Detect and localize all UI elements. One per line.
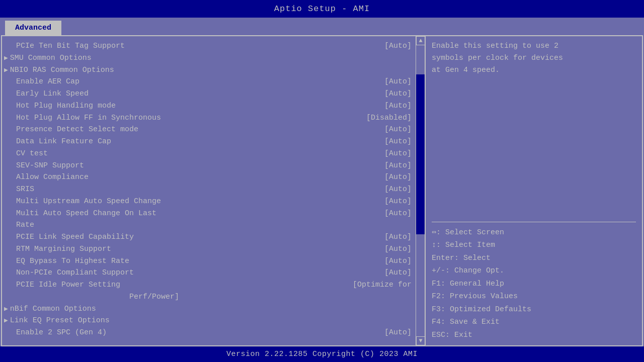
footer: Version 2.22.1285 Copyright (C) 2023 AMI bbox=[0, 346, 644, 362]
menu-item-label: Presence Detect Select mode bbox=[16, 124, 380, 135]
key-label: Enter: bbox=[432, 254, 463, 262]
menu-item-15[interactable]: Rate bbox=[2, 219, 416, 231]
app-title: Aptio Setup - AMI bbox=[274, 4, 370, 14]
menu-item-21[interactable]: Perf/Power] bbox=[2, 291, 416, 303]
key-label: +/-: bbox=[432, 266, 454, 275]
submenu-arrow-icon: ▶ bbox=[4, 316, 8, 326]
menu-item-22[interactable]: ▶nBif Common Options bbox=[2, 303, 416, 315]
menu-item-label: Multi Upstream Auto Speed Change bbox=[16, 196, 380, 207]
menu-item-value: [Auto] bbox=[384, 244, 412, 255]
menu-item-label: Multi Auto Speed Change On Last bbox=[16, 208, 380, 219]
help-line: Enable this setting to use 2 bbox=[432, 40, 636, 52]
menu-item-20[interactable]: PCIE Idle Power Setting[Optimize for bbox=[2, 279, 416, 291]
menu-item-17[interactable]: RTM Margining Support[Auto] bbox=[2, 243, 416, 255]
menu-item-label: Enable 2 SPC (Gen 4) bbox=[16, 327, 380, 338]
menu-item-2[interactable]: ▶NBIO RAS Common Options bbox=[2, 64, 416, 76]
menu-item-12[interactable]: SRIS[Auto] bbox=[2, 184, 416, 196]
menu-item-value: [Auto] bbox=[384, 256, 412, 267]
menu-item-1[interactable]: ▶SMU Common Options bbox=[2, 52, 416, 64]
menu-item-0[interactable]: PCIe Ten Bit Tag Support[Auto] bbox=[2, 40, 416, 52]
menu-item-value: [Auto] bbox=[384, 196, 412, 207]
menu-item-value: [Optimize for bbox=[353, 280, 412, 291]
key-action: Change Opt. bbox=[454, 266, 504, 275]
key-binding: F4: Save & Exit bbox=[432, 316, 636, 329]
right-panel: Enable this setting to use 2symbols per … bbox=[426, 36, 642, 345]
menu-item-label: NBIO RAS Common Options bbox=[10, 65, 412, 76]
menu-item-value: [Auto] bbox=[384, 232, 412, 243]
key-label: F2: bbox=[432, 292, 450, 301]
menu-item-label: Hot Plug Allow FF in Synchronous bbox=[16, 113, 362, 124]
menu-item-label: SEV-SNP Support bbox=[16, 160, 380, 171]
help-text: Enable this setting to use 2symbols per … bbox=[432, 40, 636, 218]
menu-item-label: RTM Margining Support bbox=[16, 244, 380, 255]
key-action: Select Screen bbox=[445, 228, 504, 237]
menu-item-label: Link EQ Preset Options bbox=[10, 315, 412, 326]
menu-item-label: EQ Bypass To Highest Rate bbox=[16, 256, 380, 267]
menu-item-14[interactable]: Multi Auto Speed Change On Last[Auto] bbox=[2, 208, 416, 220]
key-action: Exit bbox=[454, 331, 472, 339]
menu-item-18[interactable]: EQ Bypass To Highest Rate[Auto] bbox=[2, 255, 416, 267]
app: Aptio Setup - AMI Advanced PCIe Ten Bit … bbox=[0, 0, 644, 362]
menu-item-label: PCIE Link Speed Capability bbox=[16, 232, 380, 243]
key-binding: ↕: Select Item bbox=[432, 239, 636, 252]
menu-item-8[interactable]: Data Link Feature Cap[Auto] bbox=[2, 136, 416, 148]
menu-item-value: [Auto] bbox=[384, 76, 412, 87]
tab-row: Advanced bbox=[0, 18, 644, 35]
menu-item-5[interactable]: Hot Plug Handling mode[Auto] bbox=[2, 100, 416, 112]
menu-item-label: Enable AER Cap bbox=[16, 76, 380, 87]
key-action: General Help bbox=[450, 280, 504, 288]
title-bar: Aptio Setup - AMI bbox=[0, 0, 644, 18]
scroll-down-button[interactable]: ▼ bbox=[416, 336, 425, 345]
submenu-arrow-icon: ▶ bbox=[4, 54, 8, 63]
menu-item-9[interactable]: CV test[Auto] bbox=[2, 148, 416, 160]
key-label: ⇔: bbox=[432, 228, 445, 237]
menu-item-label: Perf/Power] bbox=[16, 292, 412, 303]
menu-item-value: [Auto] bbox=[384, 101, 412, 112]
help-line: at Gen 4 speed. bbox=[432, 64, 636, 76]
menu-item-10[interactable]: SEV-SNP Support[Auto] bbox=[2, 160, 416, 172]
menu-item-value: [Auto] bbox=[384, 172, 412, 183]
scroll-thumb[interactable] bbox=[416, 74, 425, 234]
menu-item-label: Early Link Speed bbox=[16, 88, 380, 100]
version-text: Version 2.22.1285 Copyright (C) 2023 AMI bbox=[226, 350, 418, 358]
menu-item-24[interactable]: Enable 2 SPC (Gen 4)[Auto] bbox=[2, 327, 416, 339]
menu-item-16[interactable]: PCIE Link Speed Capability[Auto] bbox=[2, 231, 416, 243]
menu-item-value: [Auto] bbox=[384, 124, 412, 135]
key-label: F1: bbox=[432, 280, 450, 288]
menu-item-label: Hot Plug Handling mode bbox=[16, 101, 380, 112]
menu-item-label: SRIS bbox=[16, 184, 380, 195]
key-label: ESC: bbox=[432, 331, 454, 339]
menu-item-value: [Auto] bbox=[384, 160, 412, 171]
key-action: Select Item bbox=[445, 241, 495, 249]
help-line: symbols per clock for devices bbox=[432, 52, 636, 64]
menu-item-label: Rate bbox=[16, 220, 412, 231]
menu-item-label: nBif Common Options bbox=[10, 304, 412, 315]
menu-item-value: [Auto] bbox=[384, 208, 412, 219]
menu-item-label: SMU Common Options bbox=[10, 53, 412, 64]
menu-list: PCIe Ten Bit Tag Support[Auto]▶SMU Commo… bbox=[2, 36, 416, 345]
submenu-arrow-icon: ▶ bbox=[4, 305, 8, 314]
menu-item-19[interactable]: Non-PCIe Compliant Support[Auto] bbox=[2, 267, 416, 279]
menu-item-6[interactable]: Hot Plug Allow FF in Synchronous[Disable… bbox=[2, 112, 416, 124]
menu-item-23[interactable]: ▶Link EQ Preset Options bbox=[2, 315, 416, 327]
menu-item-7[interactable]: Presence Detect Select mode[Auto] bbox=[2, 124, 416, 136]
key-label: F3: bbox=[432, 305, 450, 314]
menu-item-label: CV test bbox=[16, 148, 380, 159]
left-panel: PCIe Ten Bit Tag Support[Auto]▶SMU Commo… bbox=[2, 36, 425, 345]
main-area: PCIe Ten Bit Tag Support[Auto]▶SMU Commo… bbox=[1, 35, 643, 346]
key-binding: +/-: Change Opt. bbox=[432, 264, 636, 278]
menu-item-value: [Auto] bbox=[384, 41, 412, 52]
tab-advanced[interactable]: Advanced bbox=[5, 21, 61, 35]
menu-item-3[interactable]: Enable AER Cap[Auto] bbox=[2, 76, 416, 88]
key-action: Select bbox=[463, 254, 491, 262]
menu-item-value: [Auto] bbox=[384, 327, 412, 338]
menu-item-4[interactable]: Early Link Speed[Auto] bbox=[2, 88, 416, 100]
menu-item-value: [Auto] bbox=[384, 184, 412, 195]
scroll-up-button[interactable]: ▲ bbox=[416, 36, 425, 45]
submenu-arrow-icon: ▶ bbox=[4, 66, 8, 75]
menu-item-value: [Auto] bbox=[384, 88, 412, 100]
menu-item-11[interactable]: Allow Compliance[Auto] bbox=[2, 171, 416, 184]
separator-line bbox=[432, 222, 636, 222]
menu-item-13[interactable]: Multi Upstream Auto Speed Change[Auto] bbox=[2, 196, 416, 208]
key-binding: ESC: Exit bbox=[432, 329, 636, 342]
